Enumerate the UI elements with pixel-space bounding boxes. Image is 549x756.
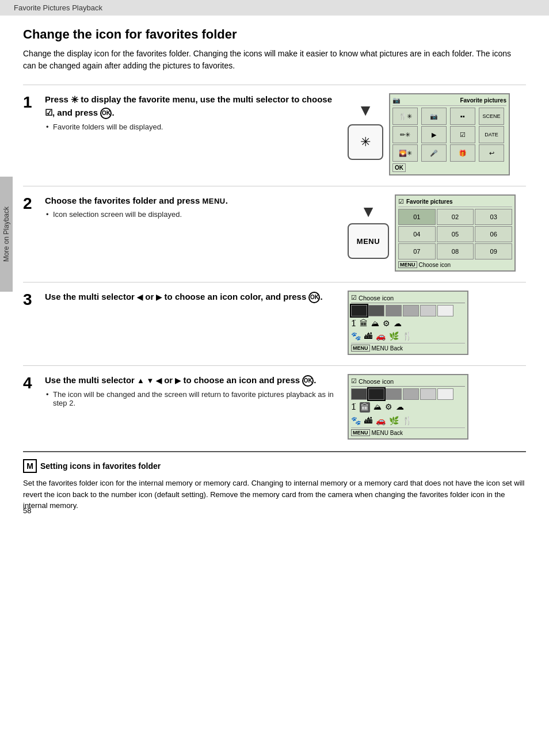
lcd-cell: DATE <box>479 126 504 143</box>
step-1: 1 Press ✳ to display the favorite menu, … <box>23 85 526 175</box>
step-1-images: ▼ ✳ 📷 Favorite pictures 🍴✳ 📷 ▪▪ SCENE ✏✳ <box>348 93 526 175</box>
lcd-cell: 🎁 <box>450 144 475 162</box>
lcd-screen-2: ☑ Favorite pictures 01 02 03 04 05 06 07… <box>395 194 516 272</box>
lcd2-cell-02: 02 <box>437 209 474 225</box>
sidebar-label: More on Playback <box>2 207 10 262</box>
color-white <box>437 305 453 316</box>
note-icon: M <box>23 459 37 473</box>
note-title: M Setting icons in favorites folder <box>23 459 526 473</box>
color-lighter <box>420 305 436 316</box>
lcd2-cell-05: 05 <box>437 226 474 242</box>
lcd-cell: ▪▪ <box>450 108 475 125</box>
step-2-bullet: Icon selection screen will be displayed. <box>53 210 342 219</box>
color-black <box>351 305 367 316</box>
or-text-4: or <box>164 375 173 385</box>
note-title-text: Setting icons in favorites folder <box>40 461 161 471</box>
step-3-title: Use the multi selector ◀ or ▶ to choose … <box>45 291 342 303</box>
lcd3-icon-row1: 1̈🏛⛰⚙☁ <box>351 318 465 329</box>
step-number-2: 2 <box>23 196 45 212</box>
page-title: Change the icon for favorites folder <box>23 27 526 42</box>
step-2-body: Choose the favorites folder and press ME… <box>45 194 348 219</box>
sidebar-tab: More on Playback <box>0 177 13 292</box>
step-3-body: Use the multi selector ◀ or ▶ to choose … <box>45 291 348 307</box>
step-4: 4 Use the multi selector ▲ ▼ ◀ or ▶ to c… <box>23 365 526 440</box>
step-4-body: Use the multi selector ▲ ▼ ◀ or ▶ to cho… <box>45 374 348 407</box>
arrow-down-icon-2: ▼ <box>360 203 376 221</box>
lcd-cell: ↩ <box>479 144 504 162</box>
step-number-1: 1 <box>23 94 45 110</box>
lcd3-title: Choose icon <box>359 295 394 301</box>
lcd-cell: ✏✳ <box>392 126 418 143</box>
page-header: Favorite Pictures Playback <box>0 0 549 16</box>
or-text-3: or <box>145 292 154 301</box>
lcd3-icon-row2: 🐾🏙🚗🌿🍴 <box>351 330 465 342</box>
lcd-cell: SCENE <box>479 108 504 125</box>
step-1-body: Press ✳ to display the favorite menu, us… <box>45 93 348 131</box>
lcd-screen-3: ☑ Choose icon 1̈🏛⛰⚙☁ 🐾🏙🚗🌿🍴 <box>348 291 468 355</box>
step-4-bullet: The icon will be changed and the screen … <box>53 390 342 407</box>
lcd2-cell-08: 08 <box>437 243 474 259</box>
lcd-cell: 📷 <box>421 108 447 125</box>
arrow-down-icon-1: ▼ <box>357 101 373 120</box>
step-3: 3 Use the multi selector ◀ or ▶ to choos… <box>23 282 526 355</box>
menu-button[interactable]: MENU <box>348 223 389 259</box>
page-intro: Change the display icon for the favorite… <box>23 48 526 72</box>
lcd-cell: 🌄✳ <box>392 144 418 162</box>
step-2: 2 Choose the favorites folder and press … <box>23 186 526 272</box>
lcd-screen-1: 📷 Favorite pictures 🍴✳ 📷 ▪▪ SCENE ✏✳ ▶ ☑… <box>389 93 510 175</box>
lcd-cell: 🎤 <box>421 144 447 162</box>
lcd-cell: ▶ <box>421 126 447 143</box>
lcd2-cell-04: 04 <box>398 226 436 242</box>
step-1-title: Press ✳ to display the favorite menu, us… <box>45 93 342 119</box>
lcd2-cell-01: 01 <box>398 209 436 225</box>
lcd2-cell-07: 07 <box>398 243 436 259</box>
star-button-1[interactable]: ✳ <box>348 124 383 160</box>
lcd4-title: Choose icon <box>359 378 394 385</box>
lcd2-cell-03: 03 <box>475 209 512 225</box>
color-mid <box>386 305 402 316</box>
step-2-title: Choose the favorites folder and press ME… <box>45 194 342 207</box>
step-3-images: ☑ Choose icon 1̈🏛⛰⚙☁ 🐾🏙🚗🌿🍴 <box>348 291 526 355</box>
step-2-images: ▼ MENU ☑ Favorite pictures 01 02 03 04 0… <box>348 194 526 272</box>
lcd-screen-4: ☑ Choose icon 1̈🏛⛰⚙☁ 🐾🏙🚗🌿🍴 <box>348 374 468 440</box>
lcd3-footer: MENU Back <box>372 345 403 352</box>
color4-light <box>403 388 419 400</box>
lcd4-footer: MENU Back <box>372 430 403 436</box>
step-4-title: Use the multi selector ▲ ▼ ◀ or ▶ to cho… <box>45 374 342 387</box>
lcd-cell: 🍴✳ <box>392 108 418 125</box>
color4-lighter <box>420 388 436 400</box>
color-light <box>403 305 419 316</box>
color4-darkest <box>351 388 367 400</box>
lcd2-cell-09: 09 <box>475 243 512 259</box>
step-1-bullet: Favorite folders will be displayed. <box>53 123 342 131</box>
step-number-4: 4 <box>23 375 45 391</box>
color4-white <box>437 388 453 400</box>
lcd2-cell-06: 06 <box>475 226 512 242</box>
lcd4-icon-row2: 🐾🏙🚗🌿🍴 <box>351 415 465 426</box>
step-number-3: 3 <box>23 292 45 308</box>
color4-selected <box>368 388 384 400</box>
color4-mid <box>386 388 402 400</box>
page-footer: 58 <box>23 506 31 515</box>
lcd2-footer-text: Choose icon <box>419 262 451 268</box>
header-title: Favorite Pictures Playback <box>14 3 102 12</box>
color-dark <box>368 305 384 316</box>
page-number: 58 <box>23 506 31 515</box>
step-4-images: ☑ Choose icon 1̈🏛⛰⚙☁ 🐾🏙🚗🌿🍴 <box>348 374 526 440</box>
note-text: Set the favorites folder icon for the in… <box>23 478 526 511</box>
lcd-cell: ☑ <box>450 126 475 143</box>
note-box: M Setting icons in favorites folder Set … <box>23 451 526 511</box>
lcd4-icon-row1: 1̈🏛⛰⚙☁ <box>351 401 465 414</box>
